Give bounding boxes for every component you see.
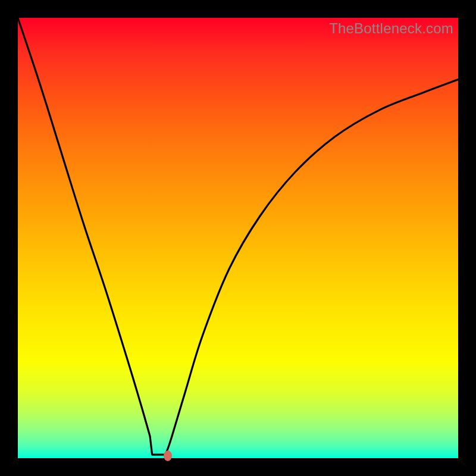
plot-area: TheBottleneck.com	[18, 18, 458, 458]
chart-frame: TheBottleneck.com	[0, 0, 476, 476]
optimal-point-marker	[164, 450, 172, 461]
bottleneck-curve	[18, 18, 458, 458]
